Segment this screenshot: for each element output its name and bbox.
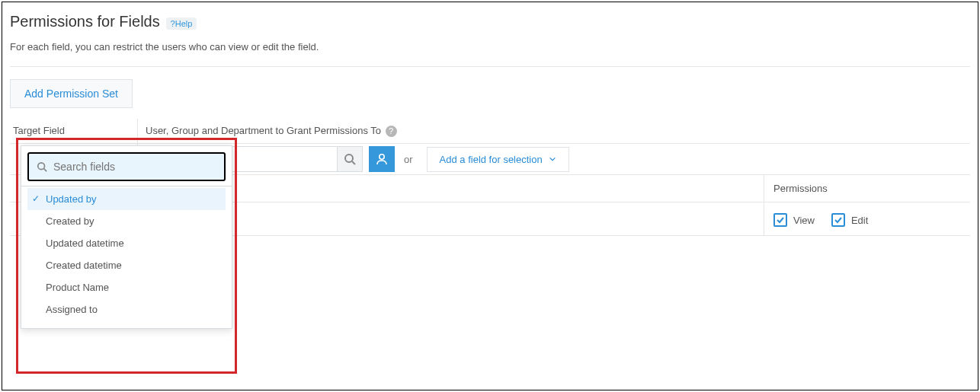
edit-checkbox[interactable]: Edit	[831, 213, 868, 227]
svg-point-2	[380, 155, 384, 159]
dropdown-option[interactable]: Product Name	[27, 276, 226, 298]
dropdown-option[interactable]: Assigned to	[27, 298, 226, 320]
column-header-grant-to: User, Group and Department to Grant Perm…	[138, 119, 970, 143]
check-icon	[776, 215, 785, 225]
page-description: For each field, you can restrict the use…	[10, 41, 970, 53]
search-icon	[37, 161, 47, 172]
view-label: View	[793, 215, 815, 226]
dropdown-option[interactable]: Created datetime	[27, 254, 226, 276]
add-field-for-selection-button[interactable]: Add a field for selection	[427, 147, 569, 172]
add-field-label: Add a field for selection	[440, 154, 543, 165]
search-user-button[interactable]	[337, 146, 363, 172]
chevron-down-icon	[549, 155, 556, 163]
dropdown-option[interactable]: Created by	[27, 210, 226, 232]
page-title: Permissions for Fields	[10, 13, 160, 30]
dropdown-divider	[21, 186, 232, 186]
dropdown-option[interactable]: Updated by	[27, 188, 226, 210]
column-header-target-field: Target Field	[10, 119, 138, 143]
column-header-grant-label: User, Group and Department to Grant Perm…	[146, 125, 381, 136]
dropdown-search[interactable]	[27, 152, 226, 181]
check-icon	[834, 215, 843, 225]
edit-label: Edit	[851, 215, 868, 226]
person-icon	[375, 152, 389, 166]
svg-point-0	[345, 155, 353, 162]
target-field-dropdown-panel: Updated by Created by Updated datetime C…	[21, 145, 232, 329]
search-icon	[344, 153, 356, 165]
table-header-row: Target Field User, Group and Department …	[10, 119, 970, 144]
view-checkbox[interactable]: View	[773, 213, 815, 227]
help-link[interactable]: ?Help	[166, 18, 197, 30]
column-header-permissions: Permissions	[764, 175, 970, 202]
dropdown-option[interactable]: Updated datetime	[27, 232, 226, 254]
help-icon[interactable]: ?	[386, 126, 397, 137]
svg-point-3	[38, 163, 45, 170]
org-picker-button[interactable]	[369, 146, 395, 172]
dropdown-search-input[interactable]	[53, 161, 216, 173]
or-label: or	[404, 154, 413, 165]
section-divider	[10, 66, 970, 67]
add-permission-set-button[interactable]: Add Permission Set	[10, 79, 133, 108]
svg-line-4	[44, 169, 47, 172]
svg-line-1	[352, 161, 355, 164]
